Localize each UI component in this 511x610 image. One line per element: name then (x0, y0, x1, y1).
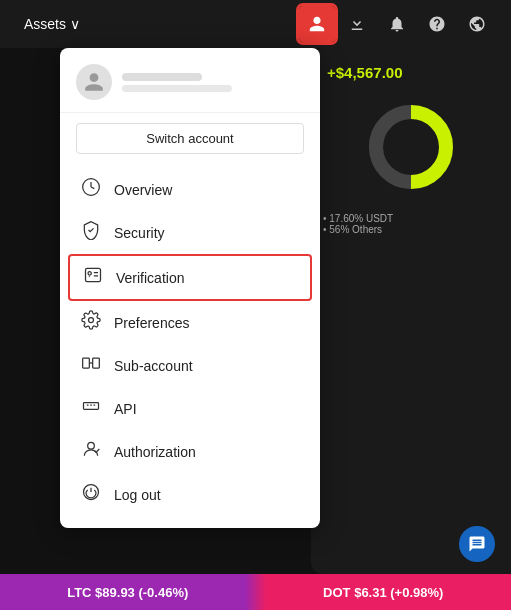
svg-rect-9 (84, 403, 99, 410)
api-label: API (114, 401, 137, 417)
logout-label: Log out (114, 487, 161, 503)
svg-point-5 (88, 272, 91, 275)
menu-item-api[interactable]: API (60, 387, 320, 430)
menu-item-security[interactable]: Security (60, 211, 320, 254)
verification-label: Verification (116, 270, 184, 286)
user-icon (308, 15, 326, 33)
preferences-label: Preferences (114, 315, 189, 331)
menu-item-overview[interactable]: Overview (60, 168, 320, 211)
menu-item-preferences[interactable]: Preferences (60, 301, 320, 344)
menu-item-verification[interactable]: Verification (68, 254, 312, 301)
switch-account-button[interactable]: Switch account (76, 123, 304, 154)
authorization-label: Authorization (114, 444, 196, 460)
ltc-text: LTC $89.93 (-0.46%) (67, 585, 188, 600)
chevron-down-icon: ∨ (70, 16, 80, 32)
assets-nav[interactable]: Assets ∨ (16, 12, 88, 36)
download-icon (348, 15, 366, 33)
user-sub-placeholder (122, 85, 232, 92)
menu-list: Overview Security Verification (60, 164, 320, 520)
globe-button[interactable] (459, 6, 495, 42)
balance-value: +$4,567.00 (311, 48, 511, 89)
authorization-icon (80, 439, 102, 464)
dot-text: DOT $6.31 (+0.98%) (323, 585, 443, 600)
subaccount-icon (80, 353, 102, 378)
user-name-placeholder (122, 73, 202, 81)
bell-button[interactable] (379, 6, 415, 42)
download-button[interactable] (339, 6, 375, 42)
menu-item-subaccount[interactable]: Sub-account (60, 344, 320, 387)
dot-ticker: DOT $6.31 (+0.98%) (256, 585, 512, 600)
account-dropdown: Switch account Overview Security (60, 48, 320, 528)
svg-rect-7 (83, 358, 90, 368)
assets-label: Assets (24, 16, 66, 32)
overview-icon (80, 177, 102, 202)
ltc-ticker: LTC $89.93 (-0.46%) (0, 585, 256, 600)
svg-point-6 (89, 318, 94, 323)
dashboard-panel: +$4,567.00 • 17.60% USDT • 56% Others (311, 48, 511, 574)
ltc-label: LTC $89.93 (-0.46%) (67, 585, 188, 600)
user-account-button[interactable] (299, 6, 335, 42)
bottom-ticker-bar: LTC $89.93 (-0.46%) DOT $6.31 (+0.98%) (0, 574, 511, 610)
svg-rect-4 (86, 268, 101, 281)
api-icon (80, 396, 102, 421)
help-button[interactable] (419, 6, 455, 42)
svg-rect-8 (93, 358, 100, 368)
help-icon (428, 15, 446, 33)
top-nav: Assets ∨ (0, 0, 511, 48)
user-section (60, 64, 320, 113)
chat-bubble-button[interactable] (459, 526, 495, 562)
svg-point-10 (88, 442, 95, 449)
menu-item-authorization[interactable]: Authorization (60, 430, 320, 473)
preferences-icon (80, 310, 102, 335)
verification-icon (82, 265, 104, 290)
chat-icon (468, 535, 486, 553)
security-label: Security (114, 225, 165, 241)
bell-icon (388, 15, 406, 33)
subaccount-label: Sub-account (114, 358, 193, 374)
chart-labels: • 17.60% USDT • 56% Others (311, 205, 511, 243)
user-info (122, 73, 232, 92)
overview-label: Overview (114, 182, 172, 198)
logout-icon (80, 482, 102, 507)
label-usdt: • 17.60% USDT (323, 213, 499, 224)
donut-chart (311, 89, 511, 205)
dot-label: DOT $6.31 (+0.98%) (323, 585, 443, 600)
menu-item-logout[interactable]: Log out (60, 473, 320, 516)
globe-icon (468, 15, 486, 33)
label-others: • 56% Others (323, 224, 499, 235)
avatar (76, 64, 112, 100)
security-icon (80, 220, 102, 245)
